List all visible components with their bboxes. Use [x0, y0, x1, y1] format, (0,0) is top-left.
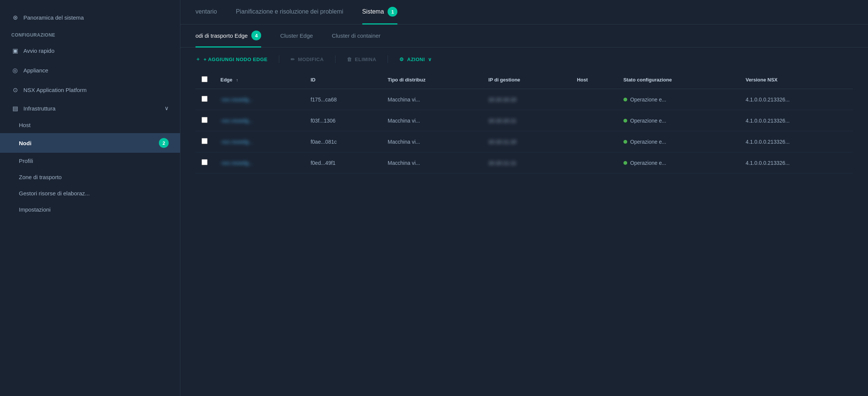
- nodi-badge: 2: [159, 138, 169, 148]
- avvio-icon: ▣: [11, 47, 19, 54]
- main-content: ventario Pianificazione e risoluzione de…: [180, 0, 868, 396]
- col-versione: Versione NSX: [740, 71, 853, 89]
- row-tipo: Macchina vi...: [382, 131, 482, 152]
- sistema-badge: 1: [388, 7, 397, 17]
- row-stato: Operazione e...: [617, 89, 740, 110]
- actions-button[interactable]: ⚙ AZIONI ∨: [399, 54, 432, 64]
- toolbar-divider-3: [388, 55, 388, 63]
- edit-icon: ✏: [291, 57, 295, 62]
- col-ip: IP di gestione: [482, 71, 571, 89]
- sidebar-item-label: Avvio rapido: [23, 48, 54, 54]
- row-host: [571, 152, 617, 173]
- row-id: f03f...1306: [305, 110, 382, 131]
- row-checkbox[interactable]: [202, 138, 208, 144]
- appliance-icon: ◎: [11, 66, 19, 74]
- table-row: -svc.nsxedg... f0ae...081c Macchina vi..…: [195, 131, 853, 152]
- chevron-down-icon: ∨: [165, 105, 169, 112]
- panoramica-icon: ⊛: [11, 14, 19, 21]
- sub-tab-cluster-edge[interactable]: Cluster Edge: [280, 26, 313, 46]
- row-versione: 4.1.0.0.0.213326...: [740, 89, 853, 110]
- sidebar-section-configurazione: Configurazione: [0, 27, 180, 41]
- row-ip: 10.10.10.10: [482, 89, 571, 110]
- table-row: -svc.nsxedg... f175...ca68 Macchina vi..…: [195, 89, 853, 110]
- sidebar-item-zone-trasporto[interactable]: Zone di trasporto: [0, 169, 180, 185]
- row-host: [571, 131, 617, 152]
- row-checkbox-cell: [195, 110, 214, 131]
- edit-button[interactable]: ✏ MODIFICA: [291, 54, 324, 64]
- sub-tab-cluster-container[interactable]: Cluster di container: [332, 26, 380, 46]
- sub-tab-nodi-trasporto[interactable]: odi di trasporto Edge 4: [195, 25, 261, 48]
- sidebar-sub-label: Impostazioni: [19, 206, 51, 213]
- row-id: f0ae...081c: [305, 131, 382, 152]
- sidebar-item-infrastruttura[interactable]: ▤ Infrastruttura ∨: [0, 100, 180, 117]
- trash-icon: 🗑: [347, 57, 352, 62]
- sub-tabs: odi di trasporto Edge 4 Cluster Edge Clu…: [180, 25, 868, 48]
- row-stato: Operazione e...: [617, 131, 740, 152]
- sidebar-item-label: Infrastruttura: [23, 105, 55, 112]
- infrastruttura-icon: ▤: [11, 104, 19, 112]
- sidebar-item-label: Panoramica del sistema: [23, 14, 84, 21]
- row-stato: Operazione e...: [617, 152, 740, 173]
- sidebar-item-nsx-app[interactable]: ⊙ NSX Application Platform: [0, 80, 180, 100]
- sidebar-item-panoramica[interactable]: ⊛ Panoramica del sistema: [0, 8, 180, 27]
- row-edge: -svc.nsxedg...: [214, 89, 305, 110]
- toolbar: ＋ + AGGIUNGI NODO EDGE ✏ MODIFICA 🗑 ELIM…: [180, 48, 868, 71]
- sidebar-item-gestori[interactable]: Gestori risorse di elaboraz...: [0, 185, 180, 201]
- table-row: -svc.nsxedg... f03f...1306 Macchina vi..…: [195, 110, 853, 131]
- row-versione: 4.1.0.0.0.213326...: [740, 110, 853, 131]
- row-ip: 10.10.11.10: [482, 131, 571, 152]
- delete-button[interactable]: 🗑 ELIMINA: [347, 54, 376, 64]
- row-id: f0ed...49f1: [305, 152, 382, 173]
- tab-pianificazione[interactable]: Pianificazione e risoluzione dei problem…: [236, 2, 343, 23]
- row-stato: Operazione e...: [617, 110, 740, 131]
- row-edge: -svc.nsxedg...: [214, 131, 305, 152]
- nsx-icon: ⊙: [11, 86, 19, 94]
- row-checkbox-cell: [195, 131, 214, 152]
- sidebar-item-avvio-rapido[interactable]: ▣ Avvio rapido: [0, 41, 180, 60]
- status-dot: [623, 161, 627, 165]
- row-checkbox-cell: [195, 89, 214, 110]
- row-versione: 4.1.0.0.0.213326...: [740, 152, 853, 173]
- table-container: Edge ↑ ID Tipo di distribuz IP di gestio…: [180, 71, 868, 396]
- toolbar-divider-2: [335, 55, 336, 63]
- row-checkbox[interactable]: [202, 117, 208, 123]
- tab-sistema[interactable]: Sistema 1: [362, 0, 398, 25]
- row-checkbox[interactable]: [202, 96, 208, 102]
- row-tipo: Macchina vi...: [382, 110, 482, 131]
- sidebar-item-label: NSX Application Platform: [23, 87, 87, 93]
- table-header-row: Edge ↑ ID Tipo di distribuz IP di gestio…: [195, 71, 853, 89]
- row-id: f175...ca68: [305, 89, 382, 110]
- sidebar-item-label: Appliance: [23, 67, 48, 74]
- sidebar-sub-label: Host: [19, 122, 31, 128]
- add-node-button[interactable]: ＋ + AGGIUNGI NODO EDGE: [195, 54, 268, 65]
- tab-inventario[interactable]: ventario: [195, 2, 217, 23]
- row-tipo: Macchina vi...: [382, 89, 482, 110]
- col-tipo: Tipo di distribuz: [382, 71, 482, 89]
- sidebar-sub-label: Zone di trasporto: [19, 174, 62, 180]
- nodi-trasporto-badge: 4: [251, 31, 261, 40]
- select-all-col: [195, 71, 214, 89]
- row-ip: 10.10.10.11: [482, 110, 571, 131]
- gear-icon: ⚙: [399, 57, 404, 62]
- row-versione: 4.1.0.0.0.213326...: [740, 131, 853, 152]
- sidebar-item-profili[interactable]: Profili: [0, 153, 180, 169]
- row-host: [571, 89, 617, 110]
- top-tabs: ventario Pianificazione e risoluzione de…: [180, 0, 868, 25]
- row-edge: -svc.nsxedg...: [214, 152, 305, 173]
- sidebar-item-nodi[interactable]: Nodi 2: [0, 133, 180, 153]
- sidebar-item-host[interactable]: Host: [0, 117, 180, 133]
- select-all-checkbox[interactable]: [202, 76, 208, 82]
- sidebar-item-impostazioni[interactable]: Impostazioni: [0, 201, 180, 218]
- row-tipo: Macchina vi...: [382, 152, 482, 173]
- col-id: ID: [305, 71, 382, 89]
- toolbar-divider-1: [279, 55, 279, 63]
- add-icon: ＋: [195, 56, 201, 63]
- status-dot: [623, 119, 627, 123]
- sidebar-item-appliance[interactable]: ◎ Appliance: [0, 60, 180, 80]
- row-checkbox[interactable]: [202, 159, 208, 165]
- edge-nodes-table: Edge ↑ ID Tipo di distribuz IP di gestio…: [195, 71, 853, 173]
- status-dot: [623, 98, 627, 101]
- chevron-down-icon: ∨: [428, 57, 432, 62]
- sidebar-sub-label: Profili: [19, 158, 33, 164]
- row-ip: 10.10.11.11: [482, 152, 571, 173]
